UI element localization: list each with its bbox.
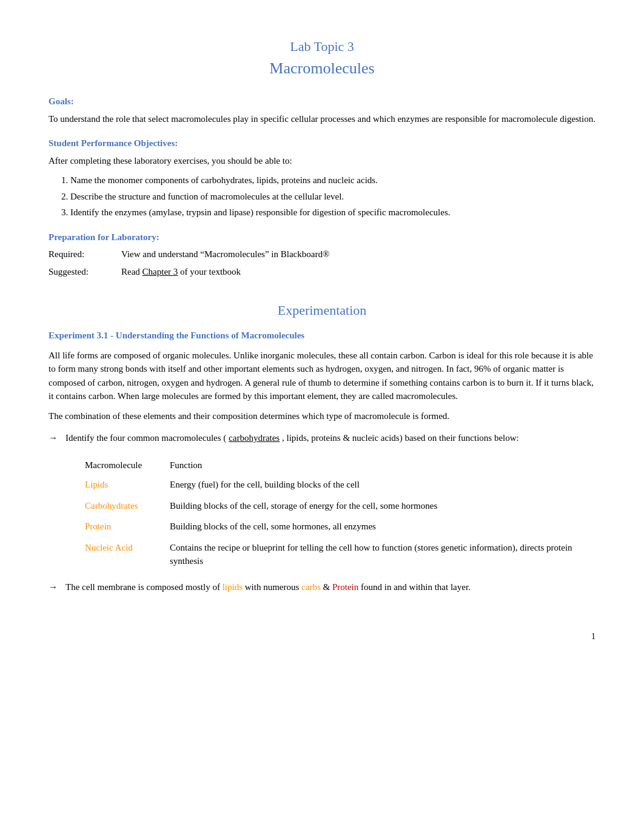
func-col-header: Function xyxy=(170,454,595,475)
experiment31-para1: All life forms are composed of organic m… xyxy=(49,349,595,403)
macro-name-carbs: Carbohydrates xyxy=(85,495,170,517)
macro-row-nucleic: Nucleic Acid Contains the recipe or blue… xyxy=(85,537,595,572)
prep-required-label: Required: xyxy=(49,247,121,261)
student-objectives-intro: After completing these laboratory exerci… xyxy=(49,154,595,168)
macro-name-nucleic: Nucleic Acid xyxy=(85,537,170,572)
macro-name-protein: Protein xyxy=(85,516,170,537)
macro-func-protein: Building blocks of the cell, some hormon… xyxy=(170,516,595,537)
macro-row-protein: Protein Building blocks of the cell, som… xyxy=(85,516,595,537)
arrow2-icon: → xyxy=(49,580,65,594)
page-number: 1 xyxy=(49,630,595,643)
macro-row-carbs: Carbohydrates Building blocks of the cel… xyxy=(85,495,595,517)
goals-heading: Goals: xyxy=(49,95,595,109)
preparation-table: Required: View and understand “Macromole… xyxy=(49,247,595,278)
page-title: Lab Topic 3 Macromolecules xyxy=(49,36,595,80)
macro-name-lipids: Lipids xyxy=(85,474,170,495)
arrow1-content: Identify the four common macromolecules … xyxy=(65,431,595,445)
macro-func-nucleic: Contains the recipe or blueprint for tel… xyxy=(170,537,595,572)
macro-row-lipids: Lipids Energy (fuel) for the cell, build… xyxy=(85,474,595,495)
experiment31-para2: The combination of these elements and th… xyxy=(49,409,595,423)
arrow2-content: The cell membrane is composed mostly of … xyxy=(65,580,595,594)
section-divider: Experimentation xyxy=(49,300,595,320)
arrow1-icon: → xyxy=(49,431,65,445)
prep-suggested-label: Suggested: xyxy=(49,265,121,279)
list-item: Name the monomer components of carbohydr… xyxy=(70,173,595,187)
prep-suggested-row: Suggested: Read Chapter 3 of your textbo… xyxy=(49,265,595,279)
prep-required-row: Required: View and understand “Macromole… xyxy=(49,247,595,261)
macro-table: Macromolecule Function Lipids Energy (fu… xyxy=(85,454,595,572)
title-line1: Lab Topic 3 xyxy=(49,36,595,56)
inline-carbs: carbs xyxy=(301,582,321,592)
inline-protein: Protein xyxy=(332,582,358,592)
prep-suggested-value: Read Chapter 3 of your textbook xyxy=(121,265,595,279)
title-line2: Macromolecules xyxy=(49,56,595,80)
macro-col-header: Macromolecule xyxy=(85,454,170,475)
prep-required-value: View and understand “Macromolecules” in … xyxy=(121,247,595,261)
inline-lipids: lipids xyxy=(223,582,243,592)
list-item: Identify the enzymes (amylase, trypsin a… xyxy=(70,206,595,220)
arrow1-block: → Identify the four common macromolecule… xyxy=(49,431,595,445)
macro-table-header: Macromolecule Function xyxy=(85,454,595,475)
preparation-heading: Preparation for Laboratory: xyxy=(49,230,595,244)
experimentation-heading: Experimentation xyxy=(49,300,595,320)
student-objectives-heading: Student Performance Objectives: xyxy=(49,136,595,150)
arrow2-block: → The cell membrane is composed mostly o… xyxy=(49,580,595,594)
macro-func-carbs: Building blocks of the cell, storage of … xyxy=(170,495,595,517)
list-item: Describe the structure and function of m… xyxy=(70,190,595,204)
goals-text: To understand the role that select macro… xyxy=(49,112,595,126)
objectives-list: Name the monomer components of carbohydr… xyxy=(49,173,595,220)
experiment31-heading: Experiment 3.1 - Understanding the Funct… xyxy=(49,329,595,343)
macro-func-lipids: Energy (fuel) for the cell, building blo… xyxy=(170,474,595,495)
